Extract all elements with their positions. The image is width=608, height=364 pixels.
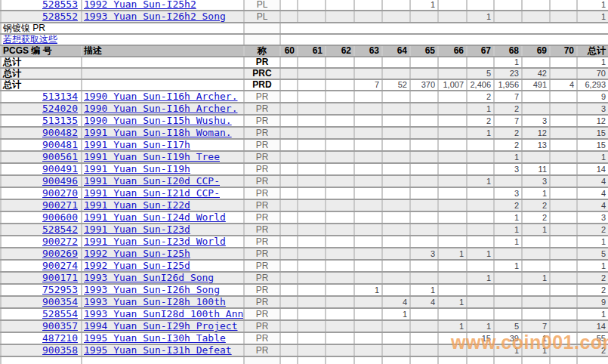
description-link[interactable]: 1990 Yuan Sun-I16h Archer.: [84, 91, 238, 102]
pcgs-link[interactable]: 900354: [42, 296, 78, 307]
column-header-grade-69: 69: [522, 45, 550, 57]
pcgs-link[interactable]: 528552: [42, 11, 78, 22]
header-row: PCGS 编 号描述称6061626364656667686970总计: [1, 45, 608, 57]
grade-cell-62: [326, 163, 354, 175]
grade-cell-64: [382, 139, 410, 151]
description-link[interactable]: 1991 Yuan Sun-I19h: [84, 163, 190, 174]
description-link[interactable]: 1993 Yuan Sun-I28h 100th: [84, 296, 226, 307]
table-row: 5240201990 Yuan Sun-I16h Archer.PR123: [1, 103, 608, 115]
description-link[interactable]: 1991 Yuan Sun-I23d World: [84, 236, 226, 247]
column-header-grade-60: 60: [280, 45, 298, 57]
description-link[interactable]: 1995 Yuan Sun-I30h Table: [84, 332, 226, 344]
pcgs-link[interactable]: 528542: [42, 224, 78, 235]
pcgs-link[interactable]: 900561: [42, 151, 78, 162]
description-link[interactable]: 1990 Yuan Sun-I16h Archer.: [84, 103, 238, 114]
grade-cell-68: 3: [494, 187, 522, 199]
description-cell: 1993 Yuan SunI28d 100th Ann: [82, 308, 244, 320]
grade-cell-61: [298, 68, 326, 79]
description-link[interactable]: 1995 Yuan Sun-I31h Defeat: [84, 344, 232, 356]
description-link[interactable]: 1991 Yuan Sun-I17h: [84, 139, 190, 150]
grade-cell-62: [326, 260, 354, 272]
pcgs-cell: 900491: [1, 163, 82, 175]
grade-cell-70: [550, 272, 577, 284]
grade-cell-68: 1: [494, 224, 522, 236]
grade-cell-62: [326, 284, 354, 296]
pcgs-link[interactable]: 524020: [42, 103, 78, 114]
description-cell: 1992 Yuan Sun-I25h: [82, 248, 244, 260]
grade-cell-70: [550, 248, 577, 260]
pcgs-link[interactable]: 900171: [42, 272, 78, 283]
grade-cell-69: [522, 57, 550, 68]
description-link[interactable]: 1993 Yuan SunI28d 100th Ann: [84, 308, 243, 319]
description-link[interactable]: 1991 Yuan Sun-I24d World: [84, 211, 226, 223]
grade-cell-69: 1: [522, 187, 550, 199]
grade-cell-70: [550, 187, 577, 199]
pcgs-link[interactable]: 900482: [42, 127, 78, 138]
pcgs-link[interactable]: 528554: [42, 308, 78, 319]
grade-cell-60: [280, 224, 298, 236]
grade-cell-68: [494, 308, 522, 320]
total-cell: 14: [577, 163, 608, 175]
pcgs-link[interactable]: 900269: [42, 248, 78, 259]
description-link[interactable]: 1992 Yuan Sun-I25d: [84, 260, 190, 271]
total-cell: [577, 356, 608, 364]
description-link[interactable]: 1991 Yuan Sun-I20d CCP-: [84, 175, 220, 187]
table-row: 9004911991 Yuan Sun-I19hPR31114: [1, 163, 608, 175]
description-link[interactable]: 1994 Yuan Sun-I29h Project: [84, 320, 238, 332]
pcgs-link[interactable]: 900600: [42, 211, 78, 223]
designation-cell: PR: [244, 91, 280, 103]
pcgs-link[interactable]: 513134: [42, 91, 78, 102]
pcgs-link[interactable]: 900496: [42, 175, 78, 187]
designation-cell: [244, 34, 280, 45]
description-link[interactable]: 1991 Yuan Sun-I21d CCP-: [84, 187, 220, 199]
pcgs-link[interactable]: 900271: [42, 199, 78, 211]
description-cell: 1995 Yuan Sun-I31h Defeat: [82, 344, 244, 356]
pcgs-link[interactable]: 900481: [42, 139, 78, 150]
pcgs-link[interactable]: 752953: [42, 284, 78, 295]
designation-cell: PL: [244, 0, 280, 11]
grade-cell-67: 1: [467, 320, 494, 332]
description-link[interactable]: 1993 Yuan Sun-I26h Song: [84, 284, 220, 295]
description-link[interactable]: 1991 Yuan Sun-I18h Woman.: [84, 127, 232, 138]
grade-cell-66: [438, 91, 467, 103]
grade-cell-66: [438, 115, 467, 127]
pcgs-link[interactable]: 900358: [42, 344, 78, 356]
table-row: 9002741992 Yuan Sun-I25dPR11: [1, 260, 608, 272]
grade-cell-67: [467, 199, 494, 211]
grade-cell-68: 2: [494, 199, 522, 211]
pcgs-cell: 900600: [1, 211, 82, 224]
grade-cell-68: 1: [494, 260, 522, 272]
pcgs-link[interactable]: 528553: [42, 0, 78, 10]
grade-cell-68: [494, 296, 522, 308]
grade-cell-68: 1: [494, 236, 522, 248]
description-link[interactable]: 1991 Yuan Sun-I19h Tree: [84, 151, 220, 162]
total-cell: 12: [577, 115, 608, 127]
grade-cell-60: [280, 139, 298, 151]
description-link[interactable]: 1990 Yuan Sun-I15h Wushu.: [84, 115, 232, 126]
description-cell: 1992 Yuan Sun-I25d: [82, 260, 244, 272]
grade-cell-69: 3: [522, 115, 550, 127]
description-link[interactable]: 1992 Yuan Sun-I25h2: [84, 0, 196, 10]
pcgs-link[interactable]: 900272: [42, 236, 78, 247]
description-link[interactable]: 1993 Yuan Sun-I26h2 Song: [84, 11, 226, 22]
grade-cell-63: [354, 103, 382, 115]
grade-cell-61: [298, 187, 326, 199]
grade-cell-64: [382, 284, 410, 296]
grade-cell-60: [280, 79, 298, 91]
description-link[interactable]: 1993 Yuan SunI26d Song: [84, 272, 214, 283]
description-link[interactable]: 1991 Yuan Sun-I22d: [84, 199, 190, 211]
pcgs-link[interactable]: 513135: [42, 115, 78, 126]
pcgs-link[interactable]: 900491: [42, 163, 78, 174]
obtain-these-link[interactable]: 若想获取这些: [3, 34, 57, 45]
grade-cell-62: [326, 11, 354, 23]
description-link[interactable]: 1992 Yuan Sun-I25h: [84, 248, 190, 259]
description-cell: [82, 57, 244, 68]
pcgs-cell: 524020: [1, 103, 82, 115]
pcgs-link[interactable]: 900270: [42, 187, 78, 199]
pcgs-link[interactable]: 900357: [42, 320, 78, 332]
pcgs-link[interactable]: 487210: [42, 332, 78, 344]
description-link[interactable]: 1991 Yuan Sun-I23d: [84, 224, 190, 235]
pcgs-link[interactable]: 900274: [42, 260, 78, 271]
pcgs-cell: 513135: [1, 115, 82, 127]
column-header-grade-68: 68: [494, 45, 522, 57]
